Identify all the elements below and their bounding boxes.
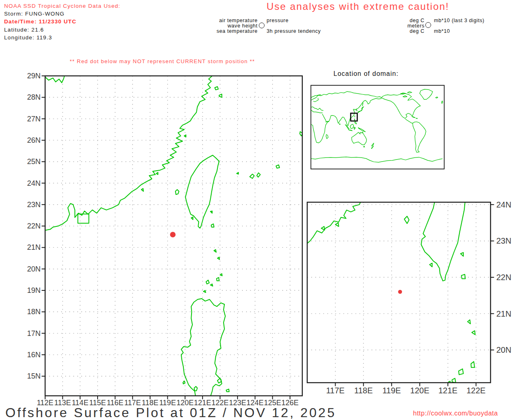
world-map-coastlines — [311, 89, 443, 162]
coastline — [407, 91, 412, 93]
lat-tick-label: 23N — [496, 236, 511, 245]
coastline — [372, 146, 374, 148]
coastline — [250, 174, 254, 179]
coastline — [156, 172, 158, 174]
lat-tick-label: 22N — [496, 273, 511, 282]
storm-position-dot — [398, 290, 402, 294]
coastline — [364, 146, 365, 147]
coastline — [45, 76, 212, 231]
coastline — [352, 132, 367, 145]
coastline — [211, 224, 214, 227]
coastline — [459, 369, 463, 374]
coastline — [219, 94, 221, 98]
zoom-map-axis-labels: 117E118E119E120E121E122E24N23N22N21N20N — [326, 200, 511, 395]
lat-tick-label: 15N — [27, 372, 41, 380]
coastline — [210, 284, 213, 286]
coastline — [421, 199, 466, 281]
coastline — [276, 165, 280, 168]
coastline — [184, 135, 186, 137]
coastline — [183, 381, 185, 384]
storm-position-dot — [170, 232, 176, 237]
coastline — [429, 263, 432, 267]
coastline — [206, 280, 209, 284]
lat-tick-label: 24N — [27, 179, 41, 187]
coastline — [217, 257, 219, 260]
lon-tick-label: 119E — [382, 386, 401, 395]
coastline — [217, 278, 219, 281]
coastline — [311, 110, 322, 113]
weather-maps-canvas: 112E113E114E115E116E117E118E119E120E121E… — [0, 0, 525, 420]
lat-tick-label: 21N — [496, 309, 511, 318]
coastline — [406, 119, 413, 123]
coastline — [237, 172, 238, 174]
lat-tick-label: 20N — [496, 345, 511, 354]
coastline — [340, 124, 340, 125]
coastline — [311, 157, 442, 162]
lat-tick-label: 21N — [27, 243, 41, 251]
coastline — [181, 299, 226, 397]
coastline — [349, 130, 352, 131]
lon-tick-label: 121E — [438, 386, 458, 395]
world-map-frame — [311, 85, 444, 169]
lon-tick-label: 118E — [354, 386, 373, 395]
zoom-map-coastlines — [307, 199, 475, 385]
coastline — [358, 128, 365, 132]
coastline — [372, 143, 374, 146]
lon-tick-label: 117E — [326, 386, 345, 395]
coastline — [403, 96, 407, 97]
coastline — [191, 217, 193, 219]
coastline — [420, 89, 433, 100]
coastline — [381, 94, 420, 119]
lat-tick-label: 29N — [27, 72, 41, 80]
lat-tick-label: 17N — [27, 329, 41, 338]
coastline — [220, 274, 222, 276]
coastline — [45, 76, 64, 83]
coastline — [345, 125, 349, 130]
coastline — [311, 107, 323, 110]
coastline — [404, 216, 409, 224]
lat-tick-label: 22N — [27, 222, 41, 230]
lat-tick-label: 27N — [27, 115, 41, 123]
coastline — [461, 253, 463, 256]
coastline — [363, 103, 363, 106]
coastline — [326, 135, 328, 139]
coastline — [336, 223, 339, 226]
coastline — [210, 211, 212, 213]
lon-tick-label: 120E — [410, 386, 429, 395]
coastline — [311, 91, 381, 98]
lat-tick-label: 18N — [27, 308, 41, 316]
plot-title: Offshore Surface Plot at 01Z / NOV 12, 2… — [5, 405, 336, 420]
coastline — [461, 274, 466, 279]
coastline — [355, 116, 355, 117]
lat-tick-label: 28N — [27, 93, 41, 101]
lat-tick-label: 19N — [27, 286, 41, 294]
coastline — [436, 97, 438, 98]
coastline — [215, 87, 219, 90]
coastline — [203, 290, 206, 292]
coastline — [194, 386, 197, 391]
coastline — [214, 250, 217, 252]
coastline — [354, 127, 356, 129]
coastline — [468, 320, 470, 324]
coastline — [356, 109, 357, 111]
lat-tick-label: 25N — [27, 158, 41, 166]
lon-tick-label: 122E — [466, 386, 486, 395]
coastline — [257, 173, 260, 177]
coastline — [311, 122, 329, 143]
coastline — [226, 389, 229, 392]
lat-tick-label: 16N — [27, 351, 41, 359]
coastline — [350, 124, 354, 129]
lat-tick-label: 26N — [27, 136, 41, 144]
coastline — [471, 362, 475, 368]
coastline — [416, 118, 418, 119]
coastline — [307, 199, 362, 244]
site-url-link[interactable]: http://coolwx.com/buoydata — [413, 410, 498, 417]
main-map-axis-labels: 112E113E114E115E116E117E118E119E120E121E… — [27, 72, 299, 407]
lat-tick-label: 23N — [27, 201, 41, 209]
coastline — [442, 101, 443, 104]
coastline — [142, 189, 144, 192]
coastline — [413, 122, 426, 152]
coastline — [78, 214, 89, 224]
coastline — [322, 98, 381, 126]
coastline — [321, 226, 324, 230]
